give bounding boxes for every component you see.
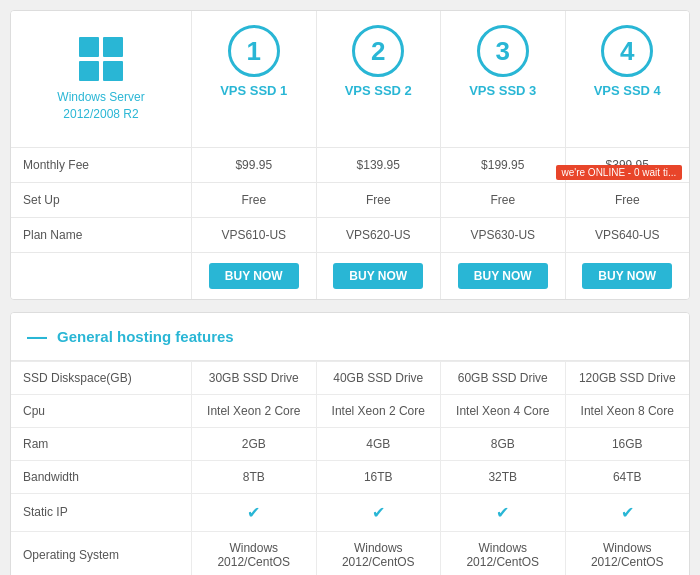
feat-label-1: Cpu: [11, 394, 191, 427]
feat-label-2: Ram: [11, 427, 191, 460]
section-title: General hosting features: [57, 328, 234, 345]
svg-rect-2: [79, 61, 99, 81]
plan-name-val-1: VPS610-US: [191, 217, 316, 252]
section-header: — General hosting features: [11, 313, 689, 361]
feat-val-1-2: Intel Xeon 4 Core: [440, 394, 565, 427]
page-wrapper: Windows Server 2012/2008 R2 1 VPS SSD 1 …: [0, 0, 700, 575]
section-dash-icon: —: [27, 325, 47, 348]
feat-label-4: Static IP: [11, 493, 191, 531]
plan-name-1: VPS SSD 1: [200, 83, 308, 98]
buy-now-button-1[interactable]: Buy Now: [209, 263, 299, 289]
plan-name-4: VPS SSD 4: [574, 83, 682, 98]
plan-name-val-3: VPS630-US: [440, 217, 565, 252]
feat-val-5-3: Windows 2012/CentOS: [565, 531, 690, 575]
buy-now-button-3[interactable]: Buy Now: [458, 263, 548, 289]
windows-logo-icon: [77, 35, 125, 83]
top-grid: Windows Server 2012/2008 R2 1 VPS SSD 1 …: [11, 11, 689, 299]
title-line1: Windows Server: [57, 90, 144, 104]
feat-val-0-1: 40GB SSD Drive: [316, 361, 441, 394]
feat-val-3-3: 64TB: [565, 460, 690, 493]
feat-val-4-0: ✔: [191, 493, 316, 531]
monthly-fee-val-1: $99.95: [191, 147, 316, 182]
plan-circle-2: 2: [352, 25, 404, 77]
check-icon: ✔: [496, 503, 509, 522]
feat-val-0-2: 60GB SSD Drive: [440, 361, 565, 394]
feat-val-2-0: 2GB: [191, 427, 316, 460]
feat-val-4-3: ✔: [565, 493, 690, 531]
top-table: Windows Server 2012/2008 R2 1 VPS SSD 1 …: [10, 10, 690, 300]
feat-val-2-1: 4GB: [316, 427, 441, 460]
feat-val-3-1: 16TB: [316, 460, 441, 493]
setup-val-1: Free: [191, 182, 316, 217]
plan-name-label: Plan Name: [11, 217, 191, 252]
buy-now-cell-3: Buy Now: [440, 252, 565, 299]
feat-val-1-3: Intel Xeon 8 Core: [565, 394, 690, 427]
windows-title: Windows Server 2012/2008 R2: [57, 89, 144, 123]
monthly-fee-val-3: $199.95: [440, 147, 565, 182]
setup-val-3: Free: [440, 182, 565, 217]
check-icon: ✔: [247, 503, 260, 522]
feat-label-0: SSD Diskspace(GB): [11, 361, 191, 394]
buy-now-cell-1: Buy Now: [191, 252, 316, 299]
feat-val-5-0: Windows 2012/CentOS: [191, 531, 316, 575]
plan-name-3: VPS SSD 3: [449, 83, 557, 98]
setup-val-4: Free we're ONLINE - 0 wait ti...: [565, 182, 690, 217]
setup-val-2: Free: [316, 182, 441, 217]
monthly-fee-val-2: $139.95: [316, 147, 441, 182]
check-icon: ✔: [621, 503, 634, 522]
svg-rect-3: [103, 61, 123, 81]
buy-now-cell-4: Buy Now: [565, 252, 690, 299]
feat-label-5: Operating System: [11, 531, 191, 575]
monthly-fee-label: Monthly Fee: [11, 147, 191, 182]
feat-val-3-2: 32TB: [440, 460, 565, 493]
feat-val-5-2: Windows 2012/CentOS: [440, 531, 565, 575]
plan-header-3: 3 VPS SSD 3: [440, 11, 565, 147]
feat-val-4-1: ✔: [316, 493, 441, 531]
logo-area: Windows Server 2012/2008 R2: [47, 25, 154, 133]
feat-val-5-1: Windows 2012/CentOS: [316, 531, 441, 575]
title-line2: 2012/2008 R2: [63, 107, 138, 121]
svg-rect-0: [79, 37, 99, 57]
buy-now-cell-2: Buy Now: [316, 252, 441, 299]
buy-now-label-empty: [11, 252, 191, 299]
feat-val-1-0: Intel Xeon 2 Core: [191, 394, 316, 427]
feat-val-4-2: ✔: [440, 493, 565, 531]
feat-val-1-1: Intel Xeon 2 Core: [316, 394, 441, 427]
feat-val-3-0: 8TB: [191, 460, 316, 493]
setup-val-4-text: Free: [615, 193, 640, 207]
setup-label: Set Up: [11, 182, 191, 217]
online-badge: we're ONLINE - 0 wait ti...: [556, 165, 683, 180]
feat-label-3: Bandwidth: [11, 460, 191, 493]
bottom-table: — General hosting features SSD Diskspace…: [10, 312, 690, 575]
features-grid: SSD Diskspace(GB)30GB SSD Drive40GB SSD …: [11, 361, 689, 575]
buy-now-button-2[interactable]: Buy Now: [333, 263, 423, 289]
plan-name-val-2: VPS620-US: [316, 217, 441, 252]
buy-now-button-4[interactable]: Buy Now: [582, 263, 672, 289]
feat-val-2-2: 8GB: [440, 427, 565, 460]
plan-name-val-4: VPS640-US: [565, 217, 690, 252]
plan-header-1: 1 VPS SSD 1: [191, 11, 316, 147]
feat-val-2-3: 16GB: [565, 427, 690, 460]
feat-val-0-0: 30GB SSD Drive: [191, 361, 316, 394]
check-icon: ✔: [372, 503, 385, 522]
plan-circle-4: 4: [601, 25, 653, 77]
logo-cell: Windows Server 2012/2008 R2: [11, 11, 191, 147]
feat-val-0-3: 120GB SSD Drive: [565, 361, 690, 394]
plan-circle-1: 1: [228, 25, 280, 77]
plan-header-4: 4 VPS SSD 4: [565, 11, 690, 147]
svg-rect-1: [103, 37, 123, 57]
plan-circle-3: 3: [477, 25, 529, 77]
plan-header-2: 2 VPS SSD 2: [316, 11, 441, 147]
plan-name-2: VPS SSD 2: [325, 83, 433, 98]
